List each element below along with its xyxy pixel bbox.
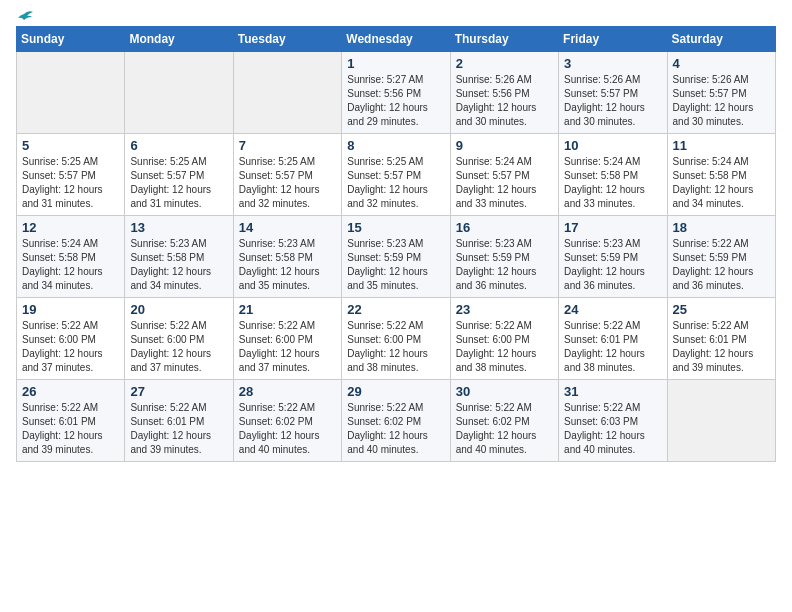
- day-info: Sunrise: 5:22 AM Sunset: 6:01 PM Dayligh…: [564, 319, 661, 375]
- week-row-4: 19Sunrise: 5:22 AM Sunset: 6:00 PM Dayli…: [17, 298, 776, 380]
- day-number: 24: [564, 302, 661, 317]
- header-day-saturday: Saturday: [667, 27, 775, 52]
- day-info: Sunrise: 5:23 AM Sunset: 5:58 PM Dayligh…: [239, 237, 336, 293]
- day-info: Sunrise: 5:22 AM Sunset: 6:01 PM Dayligh…: [673, 319, 770, 375]
- header-day-wednesday: Wednesday: [342, 27, 450, 52]
- header-day-thursday: Thursday: [450, 27, 558, 52]
- day-number: 4: [673, 56, 770, 71]
- day-info: Sunrise: 5:22 AM Sunset: 6:02 PM Dayligh…: [456, 401, 553, 457]
- day-info: Sunrise: 5:22 AM Sunset: 6:02 PM Dayligh…: [347, 401, 444, 457]
- day-info: Sunrise: 5:25 AM Sunset: 5:57 PM Dayligh…: [239, 155, 336, 211]
- calendar-cell: 1Sunrise: 5:27 AM Sunset: 5:56 PM Daylig…: [342, 52, 450, 134]
- calendar-cell: [125, 52, 233, 134]
- calendar-cell: 20Sunrise: 5:22 AM Sunset: 6:00 PM Dayli…: [125, 298, 233, 380]
- header-day-tuesday: Tuesday: [233, 27, 341, 52]
- calendar-cell: 8Sunrise: 5:25 AM Sunset: 5:57 PM Daylig…: [342, 134, 450, 216]
- calendar-cell: 13Sunrise: 5:23 AM Sunset: 5:58 PM Dayli…: [125, 216, 233, 298]
- calendar-cell: 30Sunrise: 5:22 AM Sunset: 6:02 PM Dayli…: [450, 380, 558, 462]
- day-number: 14: [239, 220, 336, 235]
- day-number: 10: [564, 138, 661, 153]
- calendar-cell: 6Sunrise: 5:25 AM Sunset: 5:57 PM Daylig…: [125, 134, 233, 216]
- calendar-cell: 15Sunrise: 5:23 AM Sunset: 5:59 PM Dayli…: [342, 216, 450, 298]
- day-number: 5: [22, 138, 119, 153]
- week-row-2: 5Sunrise: 5:25 AM Sunset: 5:57 PM Daylig…: [17, 134, 776, 216]
- day-number: 21: [239, 302, 336, 317]
- day-info: Sunrise: 5:25 AM Sunset: 5:57 PM Dayligh…: [130, 155, 227, 211]
- day-number: 12: [22, 220, 119, 235]
- day-info: Sunrise: 5:22 AM Sunset: 6:03 PM Dayligh…: [564, 401, 661, 457]
- calendar-cell: 4Sunrise: 5:26 AM Sunset: 5:57 PM Daylig…: [667, 52, 775, 134]
- day-number: 28: [239, 384, 336, 399]
- calendar-cell: 29Sunrise: 5:22 AM Sunset: 6:02 PM Dayli…: [342, 380, 450, 462]
- day-number: 31: [564, 384, 661, 399]
- calendar-cell: 3Sunrise: 5:26 AM Sunset: 5:57 PM Daylig…: [559, 52, 667, 134]
- calendar-cell: 19Sunrise: 5:22 AM Sunset: 6:00 PM Dayli…: [17, 298, 125, 380]
- day-info: Sunrise: 5:24 AM Sunset: 5:57 PM Dayligh…: [456, 155, 553, 211]
- calendar-cell: 28Sunrise: 5:22 AM Sunset: 6:02 PM Dayli…: [233, 380, 341, 462]
- day-info: Sunrise: 5:23 AM Sunset: 5:58 PM Dayligh…: [130, 237, 227, 293]
- week-row-1: 1Sunrise: 5:27 AM Sunset: 5:56 PM Daylig…: [17, 52, 776, 134]
- day-number: 17: [564, 220, 661, 235]
- day-number: 7: [239, 138, 336, 153]
- calendar-cell: 23Sunrise: 5:22 AM Sunset: 6:00 PM Dayli…: [450, 298, 558, 380]
- day-number: 11: [673, 138, 770, 153]
- day-info: Sunrise: 5:22 AM Sunset: 6:00 PM Dayligh…: [130, 319, 227, 375]
- calendar-cell: 10Sunrise: 5:24 AM Sunset: 5:58 PM Dayli…: [559, 134, 667, 216]
- day-info: Sunrise: 5:23 AM Sunset: 5:59 PM Dayligh…: [564, 237, 661, 293]
- day-number: 23: [456, 302, 553, 317]
- calendar-cell: 9Sunrise: 5:24 AM Sunset: 5:57 PM Daylig…: [450, 134, 558, 216]
- calendar-cell: 31Sunrise: 5:22 AM Sunset: 6:03 PM Dayli…: [559, 380, 667, 462]
- calendar-cell: 5Sunrise: 5:25 AM Sunset: 5:57 PM Daylig…: [17, 134, 125, 216]
- day-info: Sunrise: 5:26 AM Sunset: 5:57 PM Dayligh…: [673, 73, 770, 129]
- header-row: SundayMondayTuesdayWednesdayThursdayFrid…: [17, 27, 776, 52]
- day-info: Sunrise: 5:26 AM Sunset: 5:56 PM Dayligh…: [456, 73, 553, 129]
- calendar-cell: 22Sunrise: 5:22 AM Sunset: 6:00 PM Dayli…: [342, 298, 450, 380]
- day-info: Sunrise: 5:25 AM Sunset: 5:57 PM Dayligh…: [22, 155, 119, 211]
- day-number: 30: [456, 384, 553, 399]
- day-number: 26: [22, 384, 119, 399]
- day-info: Sunrise: 5:22 AM Sunset: 6:00 PM Dayligh…: [347, 319, 444, 375]
- calendar-cell: 24Sunrise: 5:22 AM Sunset: 6:01 PM Dayli…: [559, 298, 667, 380]
- day-number: 25: [673, 302, 770, 317]
- calendar-cell: 2Sunrise: 5:26 AM Sunset: 5:56 PM Daylig…: [450, 52, 558, 134]
- day-info: Sunrise: 5:22 AM Sunset: 6:01 PM Dayligh…: [130, 401, 227, 457]
- calendar-cell: 17Sunrise: 5:23 AM Sunset: 5:59 PM Dayli…: [559, 216, 667, 298]
- day-number: 3: [564, 56, 661, 71]
- day-number: 18: [673, 220, 770, 235]
- day-info: Sunrise: 5:23 AM Sunset: 5:59 PM Dayligh…: [347, 237, 444, 293]
- day-info: Sunrise: 5:24 AM Sunset: 5:58 PM Dayligh…: [673, 155, 770, 211]
- day-info: Sunrise: 5:23 AM Sunset: 5:59 PM Dayligh…: [456, 237, 553, 293]
- day-info: Sunrise: 5:22 AM Sunset: 6:00 PM Dayligh…: [22, 319, 119, 375]
- calendar-cell: [667, 380, 775, 462]
- day-info: Sunrise: 5:22 AM Sunset: 5:59 PM Dayligh…: [673, 237, 770, 293]
- day-info: Sunrise: 5:27 AM Sunset: 5:56 PM Dayligh…: [347, 73, 444, 129]
- day-info: Sunrise: 5:24 AM Sunset: 5:58 PM Dayligh…: [22, 237, 119, 293]
- header-day-monday: Monday: [125, 27, 233, 52]
- day-info: Sunrise: 5:22 AM Sunset: 6:00 PM Dayligh…: [456, 319, 553, 375]
- calendar-cell: 18Sunrise: 5:22 AM Sunset: 5:59 PM Dayli…: [667, 216, 775, 298]
- day-info: Sunrise: 5:26 AM Sunset: 5:57 PM Dayligh…: [564, 73, 661, 129]
- day-number: 20: [130, 302, 227, 317]
- day-number: 6: [130, 138, 227, 153]
- day-number: 16: [456, 220, 553, 235]
- calendar-cell: [17, 52, 125, 134]
- calendar-cell: 21Sunrise: 5:22 AM Sunset: 6:00 PM Dayli…: [233, 298, 341, 380]
- calendar-cell: 25Sunrise: 5:22 AM Sunset: 6:01 PM Dayli…: [667, 298, 775, 380]
- day-number: 27: [130, 384, 227, 399]
- day-info: Sunrise: 5:22 AM Sunset: 6:00 PM Dayligh…: [239, 319, 336, 375]
- day-info: Sunrise: 5:22 AM Sunset: 6:02 PM Dayligh…: [239, 401, 336, 457]
- calendar-cell: 16Sunrise: 5:23 AM Sunset: 5:59 PM Dayli…: [450, 216, 558, 298]
- day-info: Sunrise: 5:24 AM Sunset: 5:58 PM Dayligh…: [564, 155, 661, 211]
- calendar-cell: 14Sunrise: 5:23 AM Sunset: 5:58 PM Dayli…: [233, 216, 341, 298]
- header-day-friday: Friday: [559, 27, 667, 52]
- day-number: 19: [22, 302, 119, 317]
- calendar-cell: 7Sunrise: 5:25 AM Sunset: 5:57 PM Daylig…: [233, 134, 341, 216]
- day-number: 1: [347, 56, 444, 71]
- calendar-table: SundayMondayTuesdayWednesdayThursdayFrid…: [16, 26, 776, 462]
- day-number: 22: [347, 302, 444, 317]
- day-number: 13: [130, 220, 227, 235]
- day-info: Sunrise: 5:22 AM Sunset: 6:01 PM Dayligh…: [22, 401, 119, 457]
- calendar-cell: 11Sunrise: 5:24 AM Sunset: 5:58 PM Dayli…: [667, 134, 775, 216]
- day-number: 2: [456, 56, 553, 71]
- calendar-cell: 26Sunrise: 5:22 AM Sunset: 6:01 PM Dayli…: [17, 380, 125, 462]
